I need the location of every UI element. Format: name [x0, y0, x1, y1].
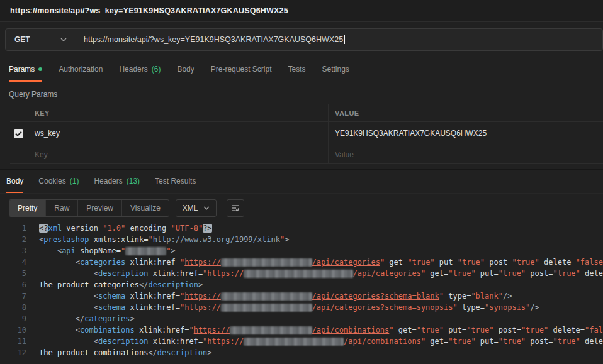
- params-header-row: KEY VALUE: [10, 104, 603, 122]
- code-token: post=: [485, 258, 512, 267]
- code-token: >: [207, 348, 211, 357]
- format-label: XML: [183, 204, 198, 212]
- method-select[interactable]: GET: [6, 29, 76, 50]
- code-line: 7 <schema xlink:href="https:///api/categ…: [0, 290, 603, 302]
- response-link[interactable]: /api/categories: [353, 269, 421, 278]
- code-token: >: [198, 280, 203, 289]
- chevron-down-icon: [203, 206, 210, 210]
- tab-pre-request-script[interactable]: Pre-request Script: [211, 57, 272, 82]
- code-token: put=: [476, 337, 499, 346]
- response-tab-cookies[interactable]: Cookies (1): [38, 170, 79, 193]
- response-link[interactable]: /api/categories: [312, 258, 380, 267]
- view-pretty[interactable]: Pretty: [9, 200, 46, 216]
- code-token: ": [439, 292, 444, 301]
- code-line: 8 <schema xlink:href="https:///api/categ…: [0, 302, 603, 313]
- code-token: ": [148, 235, 152, 244]
- code-token: put=: [435, 258, 458, 267]
- code-token: description: [98, 269, 148, 278]
- code-token: post=: [494, 326, 521, 334]
- code-line: 6The product categories</description>: [0, 279, 603, 290]
- code-token: />: [530, 303, 539, 312]
- tab-count: (1): [70, 177, 79, 185]
- code-token: get=: [385, 258, 407, 267]
- checkbox-cell-empty: [10, 145, 35, 163]
- code-token: shopName=: [76, 246, 121, 255]
- tab-label: Cookies: [38, 177, 65, 185]
- tab-body[interactable]: Body: [177, 57, 194, 82]
- param-placeholder-row: Key Value: [10, 145, 603, 164]
- code-token: schema: [98, 292, 125, 301]
- view-visualize[interactable]: Visualize: [122, 200, 169, 216]
- response-link[interactable]: https://: [194, 326, 230, 334]
- tab-label: Headers: [119, 65, 147, 74]
- code-line: 11 <description xlink:href="https:///api…: [0, 336, 603, 347]
- response-link[interactable]: https://: [184, 258, 221, 267]
- response-tab-headers[interactable]: Headers (13): [94, 170, 140, 193]
- code-token: ?>: [203, 224, 211, 233]
- code-token: put=: [444, 326, 466, 334]
- response-link[interactable]: /api/categories?schema=synopsis: [312, 303, 453, 312]
- wrap-text-button[interactable]: [227, 199, 244, 217]
- view-raw[interactable]: Raw: [46, 200, 78, 216]
- code-token: get=: [425, 337, 448, 346]
- response-view-bar: Pretty Raw Preview Visualize XML: [9, 199, 603, 218]
- response-tabs: Body Cookies (1) Headers (13) Test Resul…: [0, 170, 603, 194]
- code-token: categories: [84, 314, 130, 323]
- code-line: 2<prestashop xmlns:xlink="http://www.w3.…: [0, 234, 603, 245]
- response-link[interactable]: /api/combinations: [344, 337, 421, 346]
- code-token: description: [98, 337, 148, 346]
- request-tabs: Params Authorization Headers (6) Body Pr…: [0, 57, 603, 82]
- code-token: <: [39, 258, 80, 267]
- tab-authorization[interactable]: Authorization: [59, 57, 103, 82]
- code-token: "true": [553, 337, 580, 346]
- code-token: xlink:href=: [125, 258, 180, 267]
- response-link[interactable]: http://www.w3.org/1999/xlink: [153, 235, 280, 244]
- response-link[interactable]: https://: [207, 269, 244, 278]
- response-tab-test-results[interactable]: Test Results: [155, 170, 196, 193]
- tab-headers[interactable]: Headers (6): [119, 57, 161, 82]
- url-input[interactable]: https://monsite/api/?ws_key=YE91K9HSQ3AK…: [76, 29, 602, 50]
- response-link[interactable]: https://: [184, 292, 221, 301]
- code-token: "1.0": [103, 224, 125, 233]
- line-number: 2: [0, 234, 26, 245]
- method-label: GET: [14, 35, 30, 44]
- tab-params[interactable]: Params: [9, 57, 42, 82]
- line-number: 10: [0, 324, 26, 336]
- code-token: put=: [476, 269, 499, 278]
- key-placeholder-field[interactable]: Key: [35, 145, 328, 163]
- code-token: </: [139, 280, 148, 289]
- code-token: "true": [466, 326, 493, 334]
- tab-settings[interactable]: Settings: [322, 57, 349, 82]
- code-token: "blank": [471, 292, 503, 301]
- code-token: "false": [576, 258, 603, 267]
- code-token: categories: [80, 258, 125, 267]
- code-line: 10 <combinations xlink:href="https:///ap…: [0, 324, 603, 336]
- value-placeholder-field[interactable]: Value: [328, 145, 603, 163]
- tab-label: Settings: [322, 65, 349, 74]
- param-value-field[interactable]: YE91K9HSQ3AKRATIAX7GKAUSQ6HWX25: [328, 122, 603, 145]
- code-token: <: [39, 292, 98, 301]
- response-link[interactable]: https://: [184, 303, 221, 312]
- code-token: api: [62, 246, 76, 255]
- code-token: "synopsis": [485, 303, 530, 312]
- tab-label: Headers: [94, 177, 122, 185]
- response-link[interactable]: /api/combinations: [312, 326, 390, 334]
- code-token: The product combinations: [39, 348, 148, 357]
- code-token: ": [189, 326, 193, 334]
- format-select[interactable]: XML: [176, 199, 217, 217]
- redacted-blur: [230, 326, 312, 334]
- param-key-field[interactable]: ws_key: [35, 122, 328, 145]
- code-token: </: [148, 348, 157, 357]
- tab-label: Tests: [288, 65, 305, 74]
- response-tab-body[interactable]: Body: [6, 170, 23, 193]
- response-link[interactable]: https://: [207, 337, 244, 346]
- param-enabled-checkbox[interactable]: [14, 129, 23, 138]
- code-line: 4 <categories xlink:href="https:///api/c…: [0, 256, 603, 268]
- code-token: schema: [98, 303, 125, 312]
- tab-tests[interactable]: Tests: [288, 57, 305, 82]
- code-token: description: [157, 348, 207, 357]
- response-link[interactable]: /api/categories?schema=blank: [312, 292, 439, 301]
- view-preview[interactable]: Preview: [78, 200, 122, 216]
- value-column-header: VALUE: [328, 104, 603, 121]
- window-titlebar: https://monsite/api/?ws_key=YE91K9HSQ3AK…: [0, 0, 603, 22]
